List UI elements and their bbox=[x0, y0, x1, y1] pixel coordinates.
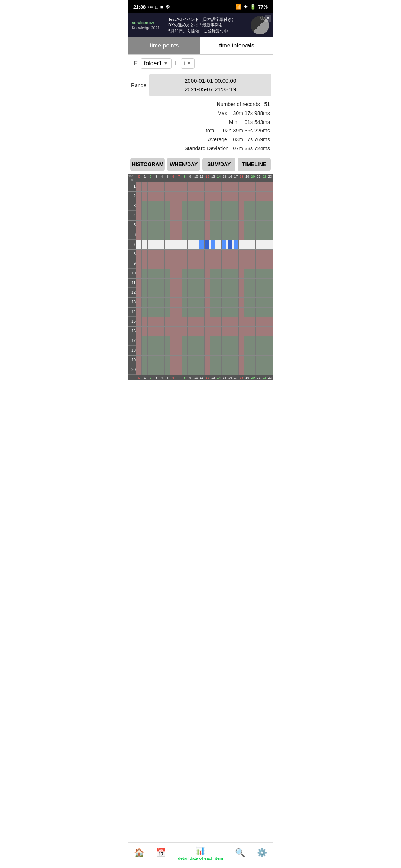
calendar-row-11[interactable]: 11 bbox=[128, 279, 273, 288]
tab-time-points[interactable]: time points bbox=[128, 37, 200, 54]
calendar-row-8[interactable]: 8 bbox=[128, 250, 273, 259]
day-cell-9-2 bbox=[148, 259, 153, 269]
day-cell-11-2 bbox=[148, 279, 153, 288]
day-cell-3-12 bbox=[205, 201, 210, 211]
calendar-row-5[interactable]: 5 bbox=[128, 221, 273, 230]
day-cell-12-9 bbox=[188, 288, 193, 297]
day-cell-3-3 bbox=[153, 201, 159, 211]
calendar-row-10[interactable]: 10 bbox=[128, 269, 273, 279]
day-cell-18-2 bbox=[148, 346, 153, 355]
day-cell-10-22 bbox=[261, 269, 267, 278]
day-cell-7-23 bbox=[267, 240, 273, 249]
calendar-row-13[interactable]: 13 bbox=[128, 298, 273, 308]
day-cell-10-21 bbox=[256, 269, 261, 278]
l-select[interactable]: i ▼ bbox=[181, 58, 195, 69]
day-cell-2-1 bbox=[142, 192, 147, 201]
day-cell-9-17 bbox=[233, 259, 239, 269]
day-cell-17-20 bbox=[250, 336, 256, 346]
day-cell-8-12 bbox=[205, 250, 210, 259]
day-cell-8-0 bbox=[136, 250, 142, 259]
calendar-row-1[interactable]: 1 bbox=[128, 182, 273, 192]
hour-cell-6: 6 bbox=[170, 174, 176, 182]
row-label-13: 13 bbox=[128, 298, 136, 307]
day-cell-3-9 bbox=[188, 201, 193, 211]
day-cell-20-23 bbox=[267, 365, 273, 375]
calendar-row-17[interactable]: 17 bbox=[128, 336, 273, 346]
day-cell-15-5 bbox=[165, 317, 170, 326]
ad-logo-area: servicenow Knowledge 2021 bbox=[132, 20, 165, 30]
sum-day-button[interactable]: SUM/DAY bbox=[202, 158, 235, 171]
histogram-button[interactable]: HISTOGRAM bbox=[130, 158, 165, 171]
day-cell-3-19 bbox=[244, 201, 250, 211]
range-box[interactable]: 2000-01-01 00:00:00 2021-05-07 21:38:19 bbox=[149, 74, 271, 96]
calendar-rows: 1234567891011121314151617181920 bbox=[128, 182, 273, 375]
day-cell-7-2 bbox=[148, 240, 153, 249]
day-cell-20-15 bbox=[222, 365, 227, 375]
calendar-row-20[interactable]: 20 bbox=[128, 365, 273, 375]
day-cell-5-3 bbox=[153, 221, 159, 230]
day-cells-row-11 bbox=[136, 279, 273, 288]
folder-select[interactable]: folder1 ▼ bbox=[141, 58, 172, 69]
day-cell-12-15 bbox=[222, 288, 227, 297]
day-cell-3-6 bbox=[170, 201, 176, 211]
bar-row7-col13 bbox=[211, 240, 215, 249]
timeline-button[interactable]: TIMELINE bbox=[238, 158, 271, 171]
hour-cell-15: 15 bbox=[222, 375, 227, 380]
calendar-row-18[interactable]: 18 bbox=[128, 346, 273, 356]
when-day-button[interactable]: WHEN/DAY bbox=[167, 158, 200, 171]
bar-row7-col15 bbox=[222, 240, 226, 249]
calendar-row-19[interactable]: 19 bbox=[128, 356, 273, 365]
day-cell-12-17 bbox=[233, 288, 239, 297]
day-cell-20-7 bbox=[176, 365, 182, 375]
day-cell-11-14 bbox=[216, 279, 222, 288]
calendar-row-4[interactable]: 4 bbox=[128, 211, 273, 221]
day-cell-8-22 bbox=[261, 250, 267, 259]
day-cell-4-11 bbox=[199, 211, 205, 220]
day-cell-12-14 bbox=[216, 288, 222, 297]
calendar-row-3[interactable]: 3 bbox=[128, 201, 273, 211]
calendar-row-16[interactable]: 16 bbox=[128, 327, 273, 336]
day-cell-1-11 bbox=[199, 182, 205, 191]
day-cell-5-1 bbox=[142, 221, 147, 230]
calendar-row-6[interactable]: 6 bbox=[128, 230, 273, 240]
day-cell-20-12 bbox=[205, 365, 210, 375]
day-cell-19-0 bbox=[136, 356, 142, 365]
hour-cells-top: 01234567891011121314151617181920212223 bbox=[136, 174, 273, 182]
day-cell-18-3 bbox=[153, 346, 159, 355]
day-cell-1-19 bbox=[244, 182, 250, 191]
day-cell-18-23 bbox=[267, 346, 273, 355]
day-cell-5-0 bbox=[136, 221, 142, 230]
calendar-row-15[interactable]: 15 bbox=[128, 317, 273, 327]
day-cell-8-11 bbox=[199, 250, 205, 259]
day-cell-17-2 bbox=[148, 336, 153, 346]
day-cell-6-10 bbox=[193, 230, 199, 240]
day-cell-17-15 bbox=[222, 336, 227, 346]
calendar-row-12[interactable]: 12 bbox=[128, 288, 273, 298]
hour-cell-4: 4 bbox=[159, 375, 164, 380]
row-label-2: 2 bbox=[128, 192, 136, 201]
day-cell-11-8 bbox=[182, 279, 188, 288]
tab-time-intervals[interactable]: time intervals bbox=[200, 37, 273, 54]
calendar-row-2[interactable]: 2 bbox=[128, 192, 273, 201]
calendar-row-7[interactable]: 7 bbox=[128, 240, 273, 250]
day-cell-13-14 bbox=[216, 298, 222, 307]
day-cell-17-6 bbox=[170, 336, 176, 346]
day-cell-19-2 bbox=[148, 356, 153, 365]
day-cell-14-21 bbox=[256, 308, 261, 317]
ad-close-button[interactable]: ✕ bbox=[265, 15, 271, 22]
row-label-7: 7 bbox=[128, 240, 136, 249]
day-cell-4-19 bbox=[244, 211, 250, 220]
avg-value: 03m 07s 769ms bbox=[233, 137, 270, 142]
day-cell-20-14 bbox=[216, 365, 222, 375]
hour-header-bottom: 01234567891011121314151617181920212223 bbox=[128, 375, 273, 380]
day-cell-6-22 bbox=[261, 230, 267, 240]
day-cell-2-8 bbox=[182, 192, 188, 201]
calendar-row-14[interactable]: 14 bbox=[128, 308, 273, 317]
day-cell-9-16 bbox=[227, 259, 233, 269]
avg-label: Average bbox=[208, 137, 227, 142]
vibrate-icon: ••• bbox=[148, 4, 153, 10]
calendar-row-9[interactable]: 9 bbox=[128, 259, 273, 269]
max-stat: Max 30m 17s 988ms bbox=[131, 109, 270, 118]
day-cell-3-13 bbox=[210, 201, 216, 211]
battery-percent: 77% bbox=[258, 4, 268, 10]
